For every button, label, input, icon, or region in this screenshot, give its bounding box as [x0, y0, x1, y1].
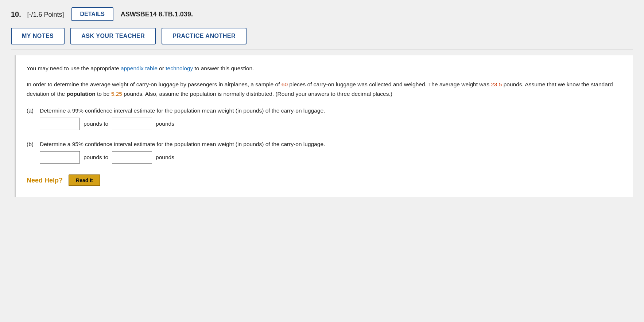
- part-a-upper-input[interactable]: [112, 118, 152, 130]
- question-code: ASWSBE14 8.TB.1.039.: [121, 11, 193, 18]
- part-b: (b) Determine a 95% confidence interval …: [27, 141, 622, 164]
- question-number: 10. [-/1.6 Points]: [11, 10, 64, 19]
- part-a-label: (a) Determine a 99% confidence interval …: [27, 107, 622, 114]
- divider: [11, 50, 633, 50]
- part-b-label: (b) Determine a 95% confidence interval …: [27, 141, 622, 148]
- part-b-input-row: pounds to pounds: [40, 151, 622, 164]
- problem-text: In order to determine the average weight…: [27, 80, 622, 99]
- part-b-pounds-to: pounds to: [84, 154, 108, 161]
- page-wrapper: 10. [-/1.6 Points] DETAILS ASWSBE14 8.TB…: [0, 0, 644, 322]
- bold-population: population: [66, 91, 95, 97]
- intro-paragraph: You may need to use the appropriate appe…: [27, 64, 622, 73]
- part-a: (a) Determine a 99% confidence interval …: [27, 107, 622, 130]
- need-help-text: Need Help?: [27, 177, 63, 184]
- practice-another-button[interactable]: PRACTICE ANOTHER: [162, 28, 247, 44]
- part-b-letter: (b): [27, 141, 37, 148]
- technology-link[interactable]: technology: [166, 65, 193, 71]
- part-b-upper-input[interactable]: [112, 151, 152, 164]
- need-help-section: Need Help? Read It: [27, 174, 622, 186]
- part-a-lower-input[interactable]: [40, 118, 80, 130]
- part-b-lower-input[interactable]: [40, 151, 80, 164]
- content-area: You may need to use the appropriate appe…: [15, 55, 633, 197]
- part-a-pounds-end: pounds: [156, 121, 174, 127]
- read-it-button[interactable]: Read It: [69, 174, 100, 186]
- part-a-text: Determine a 99% confidence interval esti…: [40, 107, 325, 114]
- action-buttons: MY NOTES ASK YOUR TEACHER PRACTICE ANOTH…: [11, 28, 633, 44]
- part-b-pounds-end: pounds: [156, 154, 174, 161]
- details-button[interactable]: DETAILS: [71, 7, 113, 21]
- my-notes-button[interactable]: MY NOTES: [11, 28, 65, 44]
- question-header: 10. [-/1.6 Points] DETAILS ASWSBE14 8.TB…: [11, 7, 633, 21]
- sample-size: 60: [282, 81, 288, 87]
- part-a-input-row: pounds to pounds: [40, 118, 622, 130]
- avg-weight: 23.5: [491, 81, 502, 87]
- ask-teacher-button[interactable]: ASK YOUR TEACHER: [70, 28, 156, 44]
- part-a-pounds-to: pounds to: [84, 121, 108, 127]
- part-b-text: Determine a 95% confidence interval esti…: [40, 141, 325, 148]
- std-dev: 5.25: [111, 91, 122, 97]
- part-a-letter: (a): [27, 107, 37, 114]
- appendix-table-link[interactable]: appendix table: [121, 65, 158, 71]
